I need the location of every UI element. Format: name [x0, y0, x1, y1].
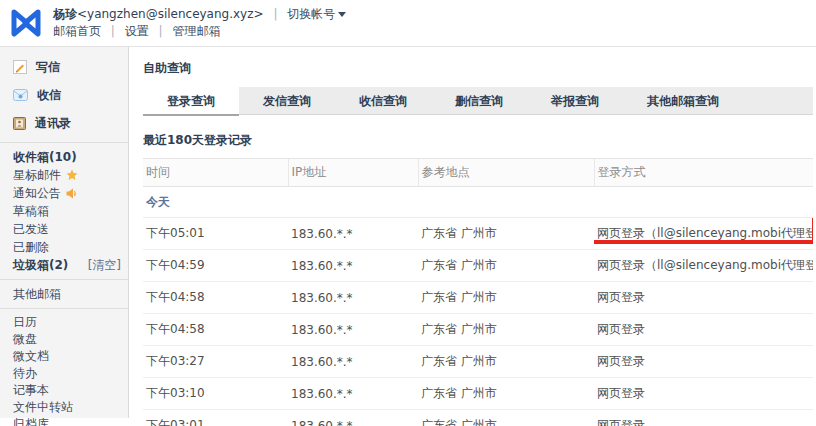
sidebar-item-archive[interactable]: 归档库 [0, 416, 128, 426]
cell-ip: 183.60.*.* [288, 378, 418, 410]
sidebar: 写信 收信 通讯录 收件箱(10) 星标邮件 通知公告 [0, 47, 129, 418]
cell-location: 广东省 广州市 [418, 250, 594, 282]
sidebar-item-deleted[interactable]: 已删除 [0, 238, 128, 256]
tab-report-query[interactable]: 举报查询 [527, 87, 623, 114]
sidebar-item-compose[interactable]: 写信 [0, 53, 128, 81]
sidebar-item-label: 归档库 [13, 416, 49, 426]
cell-time: 下午05:01 [143, 218, 288, 250]
method-text: 网页登录（ll@silenceyang.mobi代理登录） [597, 226, 813, 240]
cell-method: 网页登录 [594, 410, 813, 426]
app-logo[interactable] [9, 7, 43, 39]
sidebar-item-drafts[interactable]: 草稿箱 [0, 202, 128, 220]
sidebar-item-notes[interactable]: 记事本 [0, 382, 128, 399]
cell-ip: 183.60.*.* [288, 282, 418, 314]
empty-spam-button[interactable]: [清空] [88, 257, 121, 274]
cell-ip: 183.60.*.* [288, 346, 418, 378]
divider [0, 142, 128, 143]
sidebar-item-label: 已删除 [13, 239, 49, 256]
switch-account-label: 切换帐号 [287, 7, 335, 21]
column-method: 登录方式 [594, 159, 813, 187]
sidebar-item-other-mailbox[interactable]: 其他邮箱 [0, 285, 128, 303]
cell-location: 广东省 广州市 [418, 378, 594, 410]
sidebar-item-starred[interactable]: 星标邮件 [0, 166, 128, 184]
tab-other-mailbox-query[interactable]: 其他邮箱查询 [623, 87, 743, 114]
column-location: 参考地点 [418, 159, 594, 187]
sidebar-item-receive[interactable]: 收信 [0, 81, 128, 109]
sidebar-item-label: 日历 [13, 314, 37, 331]
cell-ip: 183.60.*.* [288, 250, 418, 282]
envelope-icon [13, 89, 28, 101]
divider [0, 308, 128, 309]
separator: | [273, 7, 277, 21]
cell-location: 广东省 广州市 [418, 314, 594, 346]
cell-method: 网页登录 [594, 346, 813, 378]
main-content: 自助查询 登录查询 发信查询 收信查询 删信查询 举报查询 其他邮箱查询 最近1… [129, 47, 816, 426]
table-row: 下午05:01 183.60.*.* 广东省 广州市 网页登录（ll@silen… [143, 218, 813, 250]
manage-mail-link[interactable]: 管理邮箱 [172, 24, 220, 38]
sidebar-item-announcements[interactable]: 通知公告 [0, 184, 128, 202]
cell-location: 广东省 广州市 [418, 218, 594, 250]
group-label: 今天 [143, 187, 813, 218]
app-header: 杨珍<yangzhen@silenceyang.xyz> | 切换帐号 邮箱首页… [0, 0, 816, 47]
cell-ip: 183.60.*.* [288, 218, 418, 250]
sidebar-item-todo[interactable]: 待办 [0, 365, 128, 382]
page-title: 自助查询 [143, 60, 816, 77]
sidebar-item-label: 记事本 [13, 382, 49, 399]
section-title: 最近180天登录记录 [143, 132, 816, 149]
cell-time: 下午04:59 [143, 250, 288, 282]
chevron-down-icon [338, 12, 346, 17]
sidebar-item-label: 垃圾箱(2) [13, 257, 68, 274]
switch-account-link[interactable]: 切换帐号 [287, 7, 346, 21]
user-name: 杨珍 [53, 7, 77, 21]
sidebar-item-sent[interactable]: 已发送 [0, 220, 128, 238]
table-row: 下午03:10 183.60.*.* 广东省 广州市 网页登录 [143, 378, 813, 410]
table-row: 下午04:58 183.60.*.* 广东省 广州市 网页登录 [143, 314, 813, 346]
sidebar-item-label: 微文档 [13, 348, 49, 365]
cell-ip: 183.60.*.* [288, 410, 418, 426]
divider [0, 279, 128, 280]
cell-location: 广东省 广州市 [418, 410, 594, 426]
tab-delete-query[interactable]: 删信查询 [431, 87, 527, 114]
cell-time: 下午03:10 [143, 378, 288, 410]
sidebar-item-contacts[interactable]: 通讯录 [0, 109, 128, 137]
sidebar-item-spam[interactable]: 垃圾箱(2) [清空] [0, 256, 128, 274]
sidebar-item-docs[interactable]: 微文档 [0, 348, 128, 365]
cell-time: 下午03:27 [143, 346, 288, 378]
speaker-icon [66, 188, 78, 199]
separator: | [111, 24, 115, 38]
sidebar-item-label: 星标邮件 [13, 167, 61, 184]
pencil-icon [13, 60, 27, 74]
sidebar-item-label: 草稿箱 [13, 203, 49, 220]
sidebar-item-label: 通讯录 [35, 115, 71, 132]
tab-receive-query[interactable]: 收信查询 [335, 87, 431, 114]
settings-link[interactable]: 设置 [125, 24, 149, 38]
cell-method: 网页登录 [594, 314, 813, 346]
mail-home-link[interactable]: 邮箱首页 [53, 24, 101, 38]
column-ip: IP地址 [288, 159, 418, 187]
sidebar-item-label: 其他邮箱 [13, 286, 61, 303]
sidebar-item-label: 已发送 [13, 221, 49, 238]
star-icon [66, 169, 78, 181]
sidebar-item-label: 微盘 [13, 331, 37, 348]
column-time: 时间 [143, 159, 288, 187]
sidebar-item-label: 文件中转站 [13, 399, 73, 416]
cell-location: 广东省 广州市 [418, 346, 594, 378]
table-row: 下午03:27 183.60.*.* 广东省 广州市 网页登录 [143, 346, 813, 378]
tab-send-query[interactable]: 发信查询 [239, 87, 335, 114]
cell-ip: 183.60.*.* [288, 314, 418, 346]
sidebar-item-drive[interactable]: 微盘 [0, 331, 128, 348]
sidebar-item-inbox[interactable]: 收件箱(10) [0, 148, 128, 166]
tab-login-query[interactable]: 登录查询 [143, 87, 239, 114]
cell-time: 下午04:58 [143, 314, 288, 346]
group-row: 今天 [143, 187, 813, 218]
sidebar-item-label: 通知公告 [13, 185, 61, 202]
sidebar-item-file-transfer[interactable]: 文件中转站 [0, 399, 128, 416]
cell-location: 广东省 广州市 [418, 282, 594, 314]
sidebar-item-calendar[interactable]: 日历 [0, 314, 128, 331]
table-row: 下午03:01 183.60.*.* 广东省 广州市 网页登录 [143, 410, 813, 426]
sidebar-item-label: 收信 [37, 87, 61, 104]
table-header-row: 时间 IP地址 参考地点 登录方式 [143, 159, 813, 187]
query-tabs: 登录查询 发信查询 收信查询 删信查询 举报查询 其他邮箱查询 [143, 87, 813, 115]
cell-method: 网页登录 [594, 378, 813, 410]
login-records-table: 时间 IP地址 参考地点 登录方式 今天 下午05:01 183.60.*.* … [143, 158, 813, 426]
